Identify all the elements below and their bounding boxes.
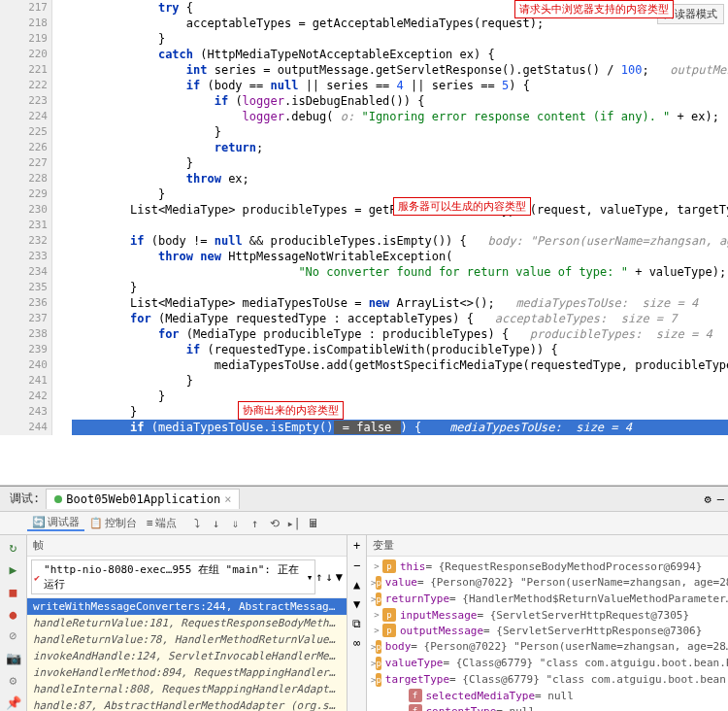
- step-out-icon[interactable]: ↑: [248, 516, 263, 531]
- prev-frame-icon[interactable]: ↑: [315, 570, 322, 584]
- evaluate-icon[interactable]: 🖩: [306, 516, 321, 531]
- tab-console[interactable]: 📋控制台: [84, 516, 142, 530]
- variable-row[interactable]: >pvalue = {Person@7022} "Person(userName…: [367, 574, 728, 591]
- frames-list[interactable]: writeWithMessageConverters:244, Abstract…: [27, 598, 347, 711]
- variable-row[interactable]: >pvalueType = {Class@6779} "class com.at…: [367, 655, 728, 671]
- code-line[interactable]: "No converter found for return value of …: [72, 264, 728, 280]
- code-line[interactable]: throw new HttpMessageNotWritableExceptio…: [72, 249, 728, 264]
- camera-icon[interactable]: 📷: [5, 650, 22, 666]
- line-number: 240: [0, 357, 51, 373]
- code-line[interactable]: throw ex;: [72, 171, 728, 186]
- annotation-2: 服务器可以生成的内容类型: [393, 197, 531, 216]
- up-icon[interactable]: ▲: [353, 578, 360, 592]
- vars-header: 变量: [367, 535, 728, 557]
- run-config-tab[interactable]: Boot05Web01Application ×: [46, 489, 240, 509]
- code-line[interactable]: [72, 218, 728, 233]
- variable-row[interactable]: >pthis = {RequestResponseBodyMethodProce…: [367, 559, 728, 574]
- tab-breakpoints[interactable]: ≡端点: [142, 516, 182, 530]
- line-number: 242: [0, 389, 51, 404]
- line-number: 220: [0, 47, 51, 62]
- stack-frame[interactable]: invokeAndHandle:124, ServletInvocableHan…: [27, 648, 347, 664]
- debug-label: 调试:: [4, 491, 46, 507]
- rerun-icon[interactable]: ↻: [5, 539, 22, 556]
- code-line[interactable]: if (requestedType.isCompatibleWith(produ…: [72, 342, 728, 357]
- force-step-into-icon[interactable]: ⇓: [228, 516, 244, 531]
- run-status-icon: [54, 495, 62, 503]
- resume-icon[interactable]: ▶: [5, 561, 22, 578]
- variable-row[interactable]: >poutputMessage = {ServletServerHttpResp…: [367, 623, 728, 638]
- stack-frame[interactable]: invokeHandlerMethod:894, RequestMappingH…: [27, 664, 347, 681]
- stack-frame[interactable]: writeWithMessageConverters:244, Abstract…: [27, 598, 347, 615]
- variable-row[interactable]: >ptargetType = {Class@6779} "class com.a…: [367, 671, 728, 688]
- code-line[interactable]: logger.debug( o: "Ignoring error respons…: [72, 109, 728, 124]
- gear-icon[interactable]: ⚙: [705, 492, 711, 506]
- line-number: 229: [0, 186, 51, 202]
- run-config-name: Boot05Web01Application: [66, 492, 220, 506]
- mute-breakpoints-icon[interactable]: ⊘: [5, 628, 22, 645]
- link-icon[interactable]: ∞: [353, 636, 360, 650]
- chevron-down-icon: ▾: [307, 571, 314, 584]
- code-line[interactable]: }: [72, 31, 728, 47]
- code-line[interactable]: }: [72, 124, 728, 140]
- frames-panel: 帧 ✔ "http-nio-8080-exec…955 在组 "main": 正…: [27, 535, 347, 711]
- code-line[interactable]: for (MediaType producibleType : producib…: [72, 326, 728, 342]
- code-line[interactable]: if (logger.isDebugEnabled()) {: [72, 93, 728, 109]
- variable-row[interactable]: fcontentType = null: [367, 703, 728, 711]
- variable-row[interactable]: >preturnType = {HandlerMethod$ReturnValu…: [367, 591, 728, 607]
- stack-frame[interactable]: handleReturnValue:181, RequestResponseBo…: [27, 615, 347, 631]
- line-number: 228: [0, 171, 51, 186]
- variables-panel[interactable]: 变量 >pthis = {RequestResponseBodyMethodPr…: [367, 535, 728, 711]
- variable-row[interactable]: >pbody = {Person@7022} "Person(userName=…: [367, 638, 728, 655]
- debug-side-toolbar: ↻ ▶ ■ ● ⊘ 📷 ⚙ 📌: [0, 535, 27, 711]
- code-line[interactable]: if (mediaTypesToUse.isEmpty() = false ) …: [72, 420, 728, 435]
- variable-row[interactable]: fselectedMediaType = null: [367, 688, 728, 703]
- code-line[interactable]: mediaTypesToUse.add(getMostSpecificMedia…: [72, 357, 728, 373]
- stack-frame[interactable]: handle:87, AbstractHandlerMethodAdapter …: [27, 697, 347, 711]
- variable-row[interactable]: >pinputMessage = {ServletServerHttpReque…: [367, 607, 728, 623]
- copy-icon[interactable]: ⧉: [352, 617, 361, 630]
- tab-debugger[interactable]: 🔄调试器: [27, 515, 84, 531]
- code-line[interactable]: }: [72, 155, 728, 171]
- line-number: 243: [0, 404, 51, 420]
- stop-icon[interactable]: ■: [5, 584, 22, 600]
- settings-icon[interactable]: ⚙: [5, 672, 22, 689]
- code-line[interactable]: if (body != null && producibleTypes.isEm…: [72, 233, 728, 249]
- down-icon[interactable]: ▼: [353, 597, 360, 611]
- filter-icon[interactable]: ▼: [336, 570, 343, 584]
- code-editor[interactable]: 阅读器模式 2172182192202212222232242252262272…: [0, 0, 728, 486]
- pin-icon[interactable]: 📌: [5, 694, 22, 711]
- step-into-icon[interactable]: ↓: [209, 516, 224, 531]
- add-watch-icon[interactable]: +: [353, 539, 360, 553]
- line-number: 233: [0, 249, 51, 264]
- line-number: 230: [0, 202, 51, 218]
- line-number: 237: [0, 311, 51, 326]
- code-line[interactable]: if (body == null || series == 4 || serie…: [72, 78, 728, 93]
- step-over-icon[interactable]: ⤵: [189, 516, 205, 531]
- minimize-icon[interactable]: –: [717, 492, 724, 506]
- code-line[interactable]: return;: [72, 140, 728, 155]
- line-number: 227: [0, 155, 51, 171]
- code-line[interactable]: }: [72, 373, 728, 389]
- check-icon: ✔: [34, 572, 40, 583]
- code-line[interactable]: List<MediaType> mediaTypesToUse = new Ar…: [72, 295, 728, 311]
- line-number: 219: [0, 31, 51, 47]
- breakpoints-icon[interactable]: ●: [5, 606, 22, 623]
- line-number: 235: [0, 280, 51, 295]
- remove-watch-icon[interactable]: −: [353, 559, 360, 572]
- code-area[interactable]: try { acceptableTypes = getAcceptableMed…: [72, 0, 728, 435]
- next-frame-icon[interactable]: ↓: [326, 570, 333, 584]
- code-line[interactable]: }: [72, 280, 728, 295]
- code-line[interactable]: }: [72, 404, 728, 420]
- close-icon[interactable]: ×: [224, 492, 231, 506]
- code-line[interactable]: int series = outputMessage.getServletRes…: [72, 62, 728, 78]
- code-line[interactable]: for (MediaType requestedType : acceptabl…: [72, 311, 728, 326]
- run-to-cursor-icon[interactable]: ▸|: [286, 516, 302, 531]
- stack-frame[interactable]: handleReturnValue:78, HandlerMethodRetur…: [27, 631, 347, 648]
- drop-frame-icon[interactable]: ⟲: [267, 516, 282, 531]
- line-number: 236: [0, 295, 51, 311]
- code-line[interactable]: }: [72, 389, 728, 404]
- thread-selector[interactable]: ✔ "http-nio-8080-exec…955 在组 "main": 正在运…: [31, 559, 315, 594]
- thread-name: "http-nio-8080-exec…955 在组 "main": 正在运行: [44, 562, 303, 592]
- stack-frame[interactable]: handleInternal:808, RequestMappingHandle…: [27, 681, 347, 697]
- code-line[interactable]: catch (HttpMediaTypeNotAcceptableExcepti…: [72, 47, 728, 62]
